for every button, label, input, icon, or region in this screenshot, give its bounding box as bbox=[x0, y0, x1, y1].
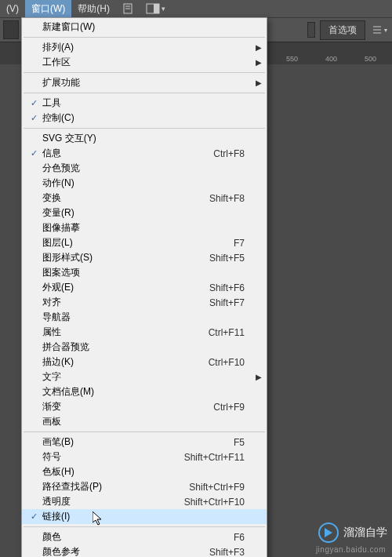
ruler-mark: 500 bbox=[365, 55, 376, 63]
menu-links[interactable]: ✓链接(I) bbox=[22, 509, 267, 524]
menu-svg[interactable]: SVG 交互(Y) bbox=[22, 131, 267, 146]
menu-tools[interactable]: ✓工具 bbox=[22, 96, 267, 111]
menubar: (V) 窗口(W) 帮助(H) ▾ bbox=[0, 0, 392, 17]
menu-separator bbox=[24, 526, 265, 527]
menu-type[interactable]: 文字▶ bbox=[22, 370, 267, 384]
menu-transparency[interactable]: 透明度Shift+Ctrl+F10 bbox=[22, 494, 267, 509]
menu-separator bbox=[24, 72, 265, 73]
menu-separator bbox=[24, 431, 265, 432]
menu-pathfinder[interactable]: 路径查找器(P)Shift+Ctrl+F9 bbox=[22, 479, 267, 494]
menu-separator bbox=[24, 93, 265, 93]
menu-gradient[interactable]: 渐变Ctrl+F9 bbox=[22, 399, 267, 414]
menu-transform[interactable]: 变换Shift+F8 bbox=[22, 191, 267, 206]
menu-control[interactable]: ✓控制(C) bbox=[22, 111, 267, 126]
toolbar-sep bbox=[307, 22, 315, 38]
menu-image-trace[interactable]: 图像描摹 bbox=[22, 220, 267, 235]
preferences-button[interactable]: 首选项 bbox=[320, 20, 365, 40]
watermark-sub: jingyan.baidu.com bbox=[316, 545, 386, 554]
menu-graphic-styles[interactable]: 图形样式(S)Shift+F5 bbox=[22, 250, 267, 265]
menu-actions[interactable]: 动作(N) bbox=[22, 176, 267, 191]
check-icon: ✓ bbox=[25, 113, 42, 123]
ruler-mark: 400 bbox=[325, 55, 337, 63]
watermark-text: 溜溜自学 bbox=[343, 526, 387, 540]
check-icon: ✓ bbox=[25, 98, 42, 108]
menu-attributes[interactable]: 属性Ctrl+F11 bbox=[22, 325, 267, 340]
menu-appearance[interactable]: 外观(E)Shift+F6 bbox=[22, 280, 267, 295]
menu-pattern-options[interactable]: 图案选项 bbox=[22, 265, 267, 280]
ruler-mark: 550 bbox=[286, 55, 298, 63]
menu-workspace[interactable]: 工作区▶ bbox=[22, 55, 267, 70]
play-icon bbox=[318, 522, 339, 543]
check-icon: ✓ bbox=[25, 511, 42, 522]
toolbar-menu-icon[interactable]: ▾ bbox=[370, 22, 389, 38]
watermark: 溜溜自学 bbox=[318, 522, 387, 543]
doc-icon[interactable] bbox=[116, 1, 140, 16]
menu-help[interactable]: 帮助(H) bbox=[71, 0, 116, 18]
menu-info[interactable]: ✓信息Ctrl+F8 bbox=[22, 146, 267, 161]
svg-rect-4 bbox=[154, 4, 159, 13]
menu-separator bbox=[24, 37, 265, 38]
menu-align[interactable]: 对齐Shift+F7 bbox=[22, 295, 267, 310]
menu-arrange[interactable]: 排列(A)▶ bbox=[22, 40, 267, 55]
menu-stroke[interactable]: 描边(K)Ctrl+F10 bbox=[22, 355, 267, 370]
menu-extensions[interactable]: 扩展功能▶ bbox=[22, 75, 267, 90]
menu-layers[interactable]: 图层(L)F7 bbox=[22, 235, 267, 250]
menu-new-window[interactable]: 新建窗口(W) bbox=[22, 20, 267, 35]
check-icon: ✓ bbox=[25, 148, 42, 158]
menu-separations[interactable]: 分色预览 bbox=[22, 161, 267, 176]
menu-artboards[interactable]: 画板 bbox=[22, 414, 267, 429]
menu-view[interactable]: (V) bbox=[0, 1, 25, 16]
menu-flattener[interactable]: 拼合器预览 bbox=[22, 340, 267, 355]
window-menu-dropdown: 新建窗口(W) 排列(A)▶ 工作区▶ 扩展功能▶ ✓工具 ✓控制(C) SVG… bbox=[21, 17, 267, 557]
menu-navigator[interactable]: 导航器 bbox=[22, 310, 267, 325]
toolbar-swatch[interactable] bbox=[3, 20, 19, 39]
menu-swatches[interactable]: 色板(H) bbox=[22, 464, 267, 479]
menu-symbols[interactable]: 符号Shift+Ctrl+F11 bbox=[22, 450, 267, 464]
menu-window[interactable]: 窗口(W) bbox=[25, 0, 71, 18]
menu-doc-info[interactable]: 文档信息(M) bbox=[22, 384, 267, 399]
layout-icon[interactable]: ▾ bbox=[140, 1, 172, 16]
menu-color[interactable]: 颜色F6 bbox=[22, 530, 267, 544]
menu-color-guide[interactable]: 颜色参考Shift+F3 bbox=[22, 544, 267, 557]
menu-variables[interactable]: 变量(R) bbox=[22, 206, 267, 220]
menu-separator bbox=[24, 128, 265, 129]
menu-brushes[interactable]: 画笔(B)F5 bbox=[22, 435, 267, 450]
